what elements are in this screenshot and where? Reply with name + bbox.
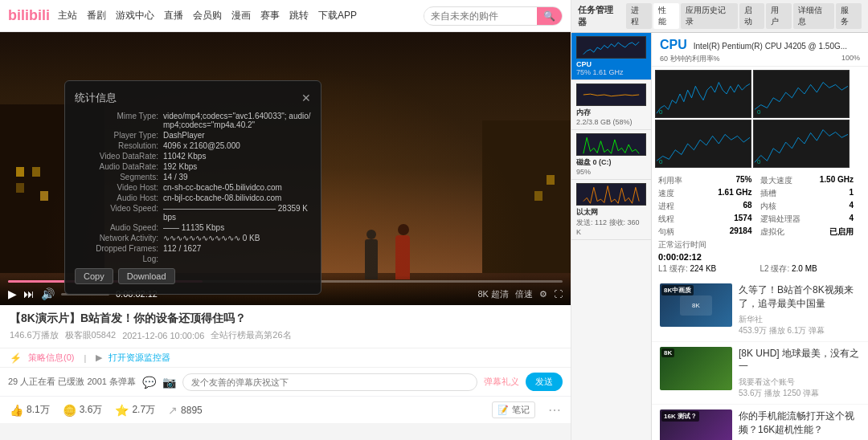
note-label: 笔记 (512, 404, 530, 416)
send-button[interactable]: 发送 (526, 373, 563, 391)
search-input[interactable] (424, 8, 537, 24)
speed-label: 速度 (658, 188, 674, 199)
settings-icon[interactable]: ⚙ (539, 289, 547, 299)
cpu-subtitle: 60 秒钟的利用率% 100% (660, 54, 860, 64)
danmaku-input[interactable] (182, 373, 477, 391)
speed-value: 1.61 GHz (718, 188, 751, 199)
tab-performance[interactable]: 性能 (653, 3, 679, 29)
stat-utilization: 利用率 75% (658, 174, 760, 187)
nav-misc[interactable]: 跳转 (289, 9, 309, 22)
proc-value: 68 (743, 201, 751, 212)
tab-history[interactable]: 应用历史记录 (681, 3, 738, 29)
rec-item-2[interactable]: 16K 测试？ 你的手机能流畅打开这个视频？16K超机性能？ 地轴地少小于生 5… (652, 405, 868, 440)
modal-close-button[interactable]: ✕ (301, 92, 311, 104)
threads-label: 线程 (658, 214, 674, 225)
graph-label-0: 0 (659, 108, 662, 116)
video-title: 【8K演示片】B站首发！你的设备还顶得住吗？ (10, 312, 561, 326)
nav-live[interactable]: 直播 (164, 9, 183, 22)
nav-anime[interactable]: 番剧 (87, 9, 106, 22)
network-mini-graph (576, 183, 646, 206)
stat-logical: 逻辑处理器 4 (760, 213, 862, 226)
bullet-icon[interactable]: 💬 (142, 376, 156, 389)
virt-label: 虚拟化 (760, 226, 784, 238)
sockets-value: 1 (849, 188, 854, 199)
cpu-name: Intel(R) Pentium(R) CPU J4205 @ 1.50G... (694, 42, 847, 51)
star-button[interactable]: ⭐ 2.7万 (115, 403, 155, 417)
network-metric-name: 以太网 (576, 207, 646, 218)
share-button[interactable]: ↗ 8895 (168, 404, 203, 417)
coin-count: 3.6万 (80, 403, 103, 417)
quality-selector[interactable]: 8K 超清 (477, 288, 509, 300)
stat-handles: 句柄 29184 (658, 226, 760, 238)
l2-cache: L2 缓存: 2.0 MB (760, 263, 862, 275)
graph-label-1: 0 (757, 108, 760, 116)
coin-icon: 🪙 (63, 404, 76, 417)
util-value: 75% (735, 175, 751, 186)
nav-game[interactable]: 游戏中心 (116, 9, 154, 22)
handles-value: 29184 (730, 226, 752, 238)
open-source-icon: ▶ (96, 352, 102, 363)
live-icons: 💬 📷 (142, 376, 176, 389)
metrics-list: CPU 75% 1.61 GHz 内存 2.2/3.8 GB (58%) (571, 33, 652, 440)
uptime-value: 0:00:02:12 (658, 252, 702, 262)
metric-cpu[interactable]: CPU 75% 1.61 GHz (571, 33, 651, 80)
volume-icon[interactable]: 🔊 (41, 287, 55, 300)
nav-menu: 主站 番剧 游戏中心 直播 会员购 漫画 赛事 跳转 下载APP (58, 9, 357, 22)
more-button[interactable]: ⋯ (548, 402, 561, 418)
metric-network[interactable]: 以太网 发送: 112 接收: 360 K (571, 180, 651, 240)
search-button[interactable]: 🔍 (537, 7, 562, 25)
screenshot-icon[interactable]: 📷 (162, 376, 176, 389)
action-bar: 👍 8.1万 🪙 3.6万 ⭐ 2.7万 ↗ 8895 📝 笔记 ⋯ (0, 396, 571, 423)
nav-download[interactable]: 下载APP (318, 9, 357, 22)
share-count: 8895 (181, 405, 203, 416)
tab-users[interactable]: 用户 (766, 3, 792, 29)
rank-info: 全站行榜最高第26名 (211, 329, 291, 341)
share-icon: ↗ (168, 404, 178, 417)
util-label: 利用率 (658, 175, 682, 186)
coin-button[interactable]: 🪙 3.6万 (63, 403, 103, 417)
fullscreen-button[interactable]: ⛶ (554, 289, 563, 299)
rec-item-1[interactable]: 8K [8K UHD] 地球最美，没有之一 我要看这个账号 53.6万 播放 1… (652, 342, 868, 405)
nav-esports[interactable]: 赛事 (260, 9, 280, 22)
stat-sockets: 插槽 1 (760, 187, 862, 200)
tab-details[interactable]: 详细信息 (793, 3, 834, 29)
play-button[interactable]: ▶ (8, 287, 17, 300)
memory-metric-name: 内存 (576, 108, 646, 118)
metric-memory[interactable]: 内存 2.2/3.8 GB (58%) (571, 80, 651, 130)
copy-button[interactable]: Copy (75, 268, 113, 284)
tm-title: 任务管理器 (578, 4, 621, 28)
star-count: 2.7万 (132, 403, 155, 417)
sockets-label: 插槽 (760, 188, 776, 199)
rec-meta-1: 我要看这个账号 53.6万 播放 1250 弹幕 (739, 377, 860, 399)
rec-thumb-0: 8K中画质 8K (660, 283, 732, 327)
cpu-metric-val: 75% 1.61 GHz (576, 68, 646, 76)
rec-item-0[interactable]: 8K中画质 8K 久等了！B站首个8K视频来了，追寻最美中国量 新华社 453.… (652, 279, 868, 342)
download-button[interactable]: Download (118, 268, 175, 284)
note-button[interactable]: 📝 笔记 (492, 401, 535, 418)
tab-process[interactable]: 进程 (626, 3, 652, 29)
threads-value: 1574 (734, 214, 751, 225)
video-meta: 146.6万播放 极客眼05842 2021-12-06 10:00:06 全站… (10, 329, 561, 341)
like-button[interactable]: 👍 8.1万 (10, 403, 50, 417)
stats-modal: 统计信息 ✕ Mime Type:video/mp4;codecs="avc1.… (64, 80, 321, 295)
rec-info-0: 久等了！B站首个8K视频来了，追寻最美中国量 新华社 453.9万 播放 6.1… (739, 283, 860, 336)
gift-button[interactable]: 弹幕礼义 (484, 376, 519, 388)
proc-label: 进程 (658, 201, 674, 212)
speed-selector[interactable]: 倍速 (515, 288, 533, 300)
logo[interactable]: bilibili (8, 7, 50, 24)
graph-label-2: 0 (659, 158, 662, 165)
cpu-detail-header: CPU Intel(R) Pentium(R) CPU J4205 @ 1.50… (652, 33, 868, 67)
stat-cores: 内核 4 (760, 200, 862, 213)
strategy-label[interactable]: 策略信息(0) (28, 352, 74, 364)
cpu-graph-0: 0 (655, 70, 751, 118)
nav-shop[interactable]: 会员购 (193, 9, 222, 22)
next-button[interactable]: ⏭ (23, 287, 35, 300)
tab-services[interactable]: 服务 (836, 3, 862, 29)
nav-manga[interactable]: 漫画 (231, 9, 251, 22)
tab-startup[interactable]: 启动 (739, 3, 765, 29)
rec-badge-1: 8K (661, 348, 674, 357)
handles-label: 句柄 (658, 226, 674, 238)
nav-home[interactable]: 主站 (58, 9, 77, 22)
metric-disk[interactable]: 磁盘 0 (C:) 95% (571, 130, 651, 180)
open-source-button[interactable]: 打开资源监控器 (108, 352, 170, 364)
